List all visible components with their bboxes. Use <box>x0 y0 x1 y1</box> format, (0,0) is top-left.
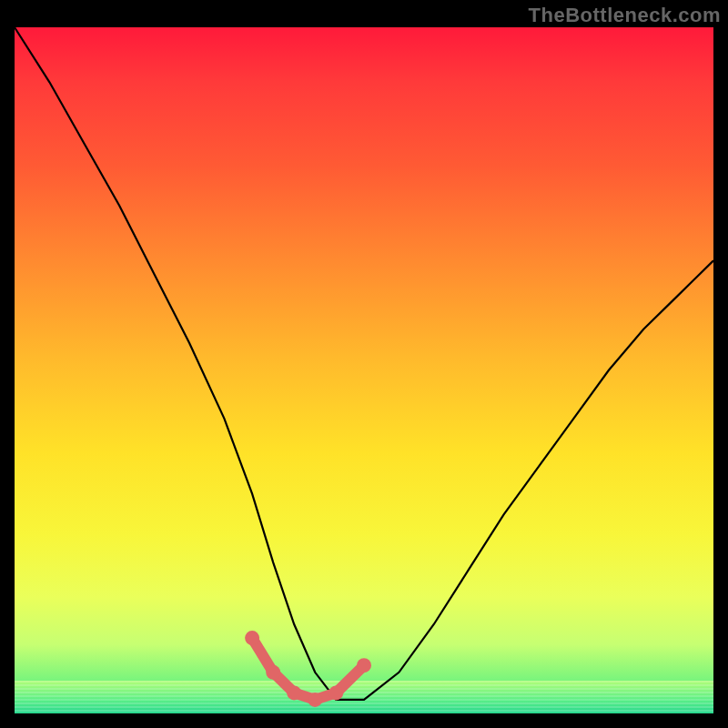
optimal-range-point <box>245 631 259 645</box>
chart-frame: TheBottleneck.com <box>0 0 728 728</box>
optimal-range-point <box>287 685 301 700</box>
chart-svg <box>15 27 713 713</box>
optimal-range-point <box>308 693 322 707</box>
optimal-range-point <box>357 658 371 672</box>
optimal-range-point <box>266 665 280 680</box>
watermark-text: TheBottleneck.com <box>529 4 721 27</box>
bottleneck-curve <box>15 27 713 700</box>
optimal-range-point <box>329 685 343 700</box>
optimal-range-highlight <box>245 631 371 707</box>
plot-area <box>15 27 713 713</box>
